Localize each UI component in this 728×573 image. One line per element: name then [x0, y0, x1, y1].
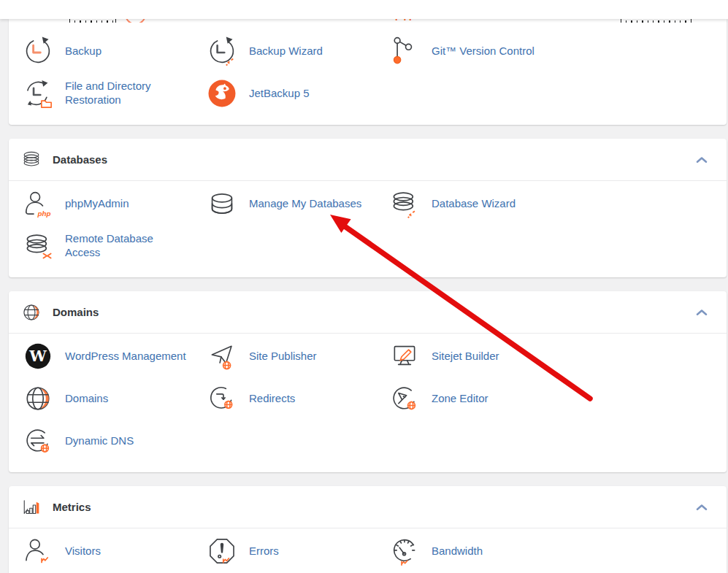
item-label: Dynamic DNS [65, 434, 151, 448]
database-wand-icon [388, 188, 421, 220]
item-visitors[interactable]: Visitors [22, 530, 206, 572]
cut-off-icons-strip: FTP [9, 19, 727, 23]
item-label: Backup [65, 45, 119, 58]
redirect-globe-icon [206, 382, 238, 415]
item-label: File and Directory Restoration [65, 80, 206, 107]
section-header-domains: Domains [9, 291, 727, 333]
item-label: Manage My Databases [249, 197, 379, 211]
section-header-metrics: Metrics [9, 486, 727, 528]
ftp-icon: FTP [395, 19, 416, 23]
svg-text:W: W [28, 347, 47, 365]
section-items-grid: VisitorsErrorsBandwidth [9, 528, 727, 573]
item-jetbackup-5[interactable]: JetBackup 5 [206, 72, 388, 115]
item-phpmyadmin[interactable]: phpphpMyAdmin [22, 182, 206, 225]
section-title: Domains [53, 306, 99, 318]
chevron-up-icon [696, 156, 708, 163]
section-card-metrics: MetricsVisitorsErrorsBandwidth [9, 486, 727, 573]
gauge-trend-icon [388, 535, 421, 567]
database-stack-icon [20, 149, 42, 171]
item-bandwidth[interactable]: Bandwidth [388, 530, 727, 572]
item-backup-wizard[interactable]: Backup Wizard [206, 30, 388, 72]
item-redirects[interactable]: Redirects [206, 377, 388, 420]
clock-folder-icon [22, 77, 54, 109]
collapse-section-button[interactable] [693, 153, 710, 166]
item-database-wizard[interactable]: Database Wizard [388, 182, 727, 225]
ruler-icon [69, 19, 116, 23]
arc-icon [125, 19, 146, 23]
item-label: WordPress Management [65, 350, 204, 364]
item-label: Domains [65, 392, 126, 406]
item-label: Git™ Version Control [432, 45, 552, 58]
item-label: Site Publisher [249, 350, 334, 364]
database-filled-icon [206, 188, 238, 220]
item-git-version-control[interactable]: Git™ Version Control [388, 30, 727, 72]
chevron-up-icon [696, 504, 708, 510]
collapse-section-button[interactable] [693, 501, 710, 513]
database-remote-icon [22, 230, 54, 262]
section-items-grid: BackupBackup WizardGit™ Version ControlF… [9, 28, 727, 125]
item-errors[interactable]: Errors [206, 530, 388, 572]
item-file-and-directory-restoration[interactable]: File and Directory Restoration [22, 72, 206, 115]
clock-wand-icon [206, 35, 238, 67]
globe-icon [20, 301, 42, 323]
item-dynamic-dns[interactable]: Dynamic DNS [22, 420, 206, 462]
item-label: Redirects [249, 392, 313, 406]
item-wordpress-management[interactable]: WWordPress Management [22, 335, 206, 377]
item-backup[interactable]: Backup [22, 30, 206, 72]
paper-plane-globe-icon [206, 340, 238, 372]
section-header-databases: Databases [9, 139, 727, 180]
item-label: Backup Wizard [249, 45, 340, 58]
section-card-domains: DomainsWWordPress ManagementSite Publish… [9, 291, 727, 472]
clock-restore-icon [22, 35, 54, 67]
svg-text:php: php [37, 209, 50, 218]
ruler-icon [621, 19, 691, 23]
item-zone-editor[interactable]: Zone Editor [388, 377, 727, 420]
section-title: Metrics [53, 501, 91, 513]
wordpress-logo-icon: W [22, 340, 54, 372]
section-items-grid: WWordPress ManagementSite PublisherSitej… [9, 334, 727, 472]
item-remote-database-access[interactable]: Remote Database Access [22, 225, 206, 267]
section-items-grid: phpphpMyAdminManage My DatabasesDatabase… [9, 181, 727, 277]
item-manage-my-databases[interactable]: Manage My Databases [206, 182, 388, 225]
item-label: Sitejet Builder [432, 350, 517, 364]
jetbackup-logo-icon [206, 77, 238, 109]
section-card-files: FTPBackupBackup WizardGit™ Version Contr… [9, 19, 727, 125]
item-label: Remote Database Access [65, 232, 206, 260]
item-label: Bandwidth [432, 545, 500, 558]
git-branch-icon [388, 35, 421, 67]
item-label: Visitors [65, 545, 118, 558]
section-title: Databases [53, 153, 107, 166]
item-label: Errors [249, 545, 296, 558]
pen-globe-icon [388, 382, 421, 415]
section-card-databases: DatabasesphpphpMyAdminManage My Database… [9, 139, 727, 277]
item-label: Database Wizard [432, 197, 533, 211]
item-label: JetBackup 5 [249, 87, 327, 101]
item-sitejet-builder[interactable]: Sitejet Builder [388, 335, 727, 377]
tools-page: FTPBackupBackup WizardGit™ Version Contr… [0, 19, 728, 573]
person-trend-icon [22, 535, 54, 567]
monitor-pencil-icon [388, 340, 421, 372]
item-label: Zone Editor [432, 392, 506, 406]
item-domains[interactable]: Domains [22, 377, 206, 420]
exchange-globe-icon [22, 425, 54, 457]
user-php-icon: php [22, 188, 54, 220]
collapse-section-button[interactable] [693, 306, 710, 318]
chevron-up-icon [696, 309, 708, 315]
octagon-exclamation-icon [206, 535, 238, 567]
globe-icon [22, 382, 54, 415]
item-label: phpMyAdmin [65, 197, 147, 211]
bar-chart-icon [20, 496, 42, 518]
sticky-header-bottom [0, 0, 728, 19]
item-site-publisher[interactable]: Site Publisher [206, 335, 388, 377]
